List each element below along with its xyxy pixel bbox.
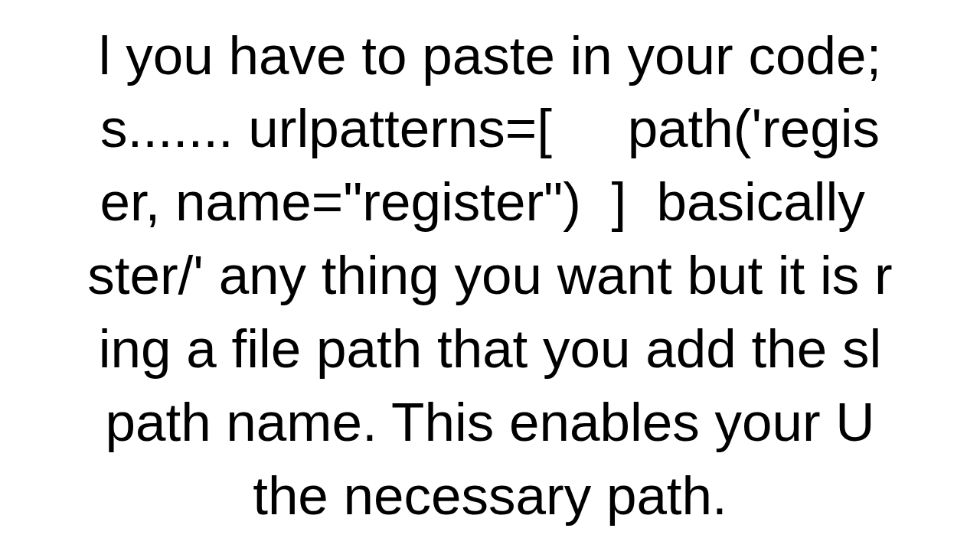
line-6: path name. This enables your U (105, 392, 874, 452)
line-1: l you have to paste in your code; (99, 25, 881, 86)
line-5: ing a file path that you add the sl (99, 318, 881, 379)
text-block: l you have to paste in your code; s.....… (87, 19, 892, 533)
line-4: ster/' any thing you want but it is r (87, 245, 892, 305)
line-2: s....... urlpatterns=[ path('regis (100, 98, 880, 158)
line-3: er, name="register") ] basically (100, 171, 880, 232)
line-7: the necessary path. (253, 465, 727, 526)
document-body: l you have to paste in your code; s.....… (0, 0, 980, 551)
